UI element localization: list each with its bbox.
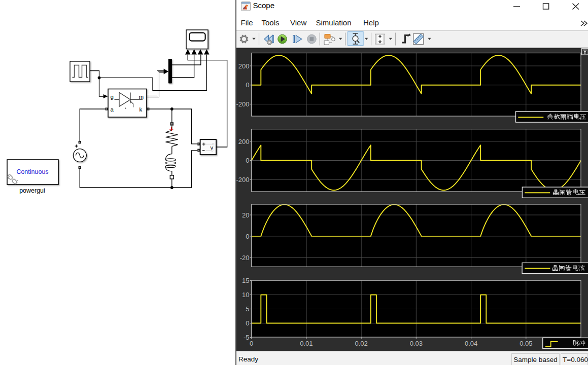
svg-text:0.01: 0.01 — [300, 340, 313, 347]
svg-text:k: k — [140, 106, 143, 113]
svg-text:200: 200 — [238, 62, 250, 70]
svg-text:powergui: powergui — [19, 187, 45, 194]
svg-text:-200: -200 — [236, 100, 249, 108]
svg-text:0.05: 0.05 — [520, 340, 532, 347]
svg-text:10: 10 — [242, 291, 249, 299]
svg-text:-5: -5 — [244, 334, 250, 341]
svg-text:m: m — [139, 94, 144, 100]
svg-text:20: 20 — [242, 211, 249, 219]
svg-text:-20: -20 — [240, 254, 250, 262]
svg-text:200: 200 — [238, 138, 250, 145]
svg-text:a: a — [111, 106, 114, 113]
svg-text:0.02: 0.02 — [355, 340, 367, 347]
svg-text:0.04: 0.04 — [465, 340, 477, 347]
svg-text:5: 5 — [246, 305, 249, 313]
svg-text:0: 0 — [246, 81, 249, 89]
svg-text:15: 15 — [242, 277, 249, 284]
svg-text:0: 0 — [246, 319, 249, 327]
svg-text:Continuous: Continuous — [16, 168, 48, 175]
svg-text:-200: -200 — [236, 176, 249, 184]
svg-text:0: 0 — [250, 340, 253, 347]
svg-text:0.03: 0.03 — [410, 340, 423, 347]
svg-text:0: 0 — [246, 157, 249, 164]
svg-text:v: v — [211, 144, 214, 151]
svg-text:0: 0 — [246, 233, 249, 240]
svg-text:g: g — [111, 94, 114, 100]
